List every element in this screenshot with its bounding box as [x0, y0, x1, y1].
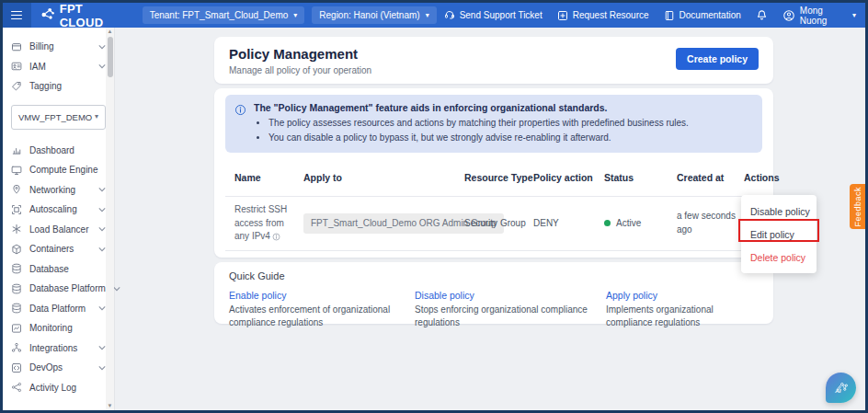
create-policy-button[interactable]: Create policy — [676, 48, 759, 70]
user-avatar-icon — [782, 9, 795, 22]
sidebar-scrollbar[interactable]: ▲ ▼ — [106, 28, 114, 410]
request-resource-link[interactable]: Request Resource — [557, 10, 649, 21]
chevron-down-icon — [98, 345, 106, 350]
sidebar-item-database-platform[interactable]: Database Platform — [11, 279, 106, 299]
quick-guide-description: Stops enforcing organizational complianc… — [415, 304, 606, 329]
app-window: FPT CLOUD Tenant: FPT_Smart_Cloud_Demo ▾… — [0, 0, 868, 413]
documentation-icon — [664, 10, 675, 21]
status-cell: Active — [604, 217, 677, 231]
tenant-selector[interactable]: Tenant: FPT_Smart_Cloud_Demo ▾ — [143, 6, 305, 24]
documentation-link[interactable]: Documentation — [664, 10, 741, 21]
chevron-down-icon — [98, 247, 106, 252]
send-support-ticket-link[interactable]: Send Support Ticket — [444, 10, 542, 21]
quick-guide-item: Enable policy Activates enforcement of o… — [229, 290, 415, 329]
brand-name: FPT CLOUD — [60, 2, 130, 29]
column-header: Name — [234, 172, 303, 183]
sidebar-item-containers[interactable]: Containers — [11, 239, 106, 259]
sidebar-item-integrations[interactable]: Integrations — [11, 338, 106, 359]
quick-guide-description: Implements organizational compliance reg… — [606, 304, 759, 329]
user-name: Mong Nuong — [800, 6, 848, 26]
status-badge: Active — [616, 217, 641, 231]
sidebar-item-label: Tagging — [29, 81, 62, 91]
table-header-row: Name Apply to Resource Type Policy actio… — [225, 158, 762, 196]
devops-icon — [11, 362, 22, 373]
sidebar-item-tagging[interactable]: Tagging — [11, 76, 106, 97]
notification-bell-icon[interactable] — [756, 9, 768, 21]
region-selector[interactable]: Region: Hanoi (Vietnam) ▾ — [312, 6, 436, 24]
tooltip-info-icon[interactable] — [272, 233, 280, 241]
policy-table-card: The "Policy Management" feature aids in … — [214, 88, 773, 258]
user-menu[interactable]: Mong Nuong ▾ — [782, 6, 856, 26]
chevron-down-icon: ▾ — [293, 12, 297, 19]
apply-to-cell: FPT_Smart_Cloud_Demo ORG Admin Group — [303, 213, 464, 235]
apply-policy-link[interactable]: Apply policy — [606, 290, 759, 301]
created-at-cell: a few seconds ago — [677, 210, 744, 236]
hamburger-menu-button[interactable] — [3, 3, 31, 28]
database-icon — [11, 263, 22, 274]
link-label: Documentation — [680, 10, 741, 20]
chevron-down-icon — [98, 365, 106, 371]
project-select[interactable]: VMW_FPT_DEMO ▾ — [11, 105, 106, 130]
chevron-down-icon — [98, 63, 106, 69]
load-balancer-icon — [11, 224, 22, 235]
link-label: Request Resource — [573, 10, 649, 20]
chevron-down-icon: ▾ — [426, 12, 429, 19]
scroll-up-arrow[interactable]: ▲ — [106, 28, 114, 36]
sidebar-item-label: Dashboard — [29, 145, 74, 155]
ai-assistant-button[interactable]: AI — [826, 373, 856, 403]
sidebar-item-load-balancer[interactable]: Load Balancer — [11, 220, 106, 240]
dashboard-icon — [11, 144, 22, 155]
table-row[interactable]: Restrict SSH access from any IPv4 FPT_Sm… — [225, 196, 762, 251]
brand-logo[interactable]: FPT CLOUD — [40, 2, 130, 29]
sidebar-item-label: Load Balancer — [29, 224, 89, 235]
monitoring-chart-icon — [11, 323, 22, 334]
disable-policy-link[interactable]: Disable policy — [415, 290, 606, 301]
quick-guide-item: Disable policy Stops enforcing organizat… — [415, 290, 606, 329]
sidebar-item-label: Networking — [29, 185, 75, 195]
sidebar-item-database[interactable]: Database — [11, 259, 106, 280]
scrollbar-thumb[interactable] — [108, 37, 113, 77]
sidebar-item-label: Autoscaling — [29, 204, 77, 214]
fpt-molecule-icon — [40, 6, 55, 25]
chevron-down-icon: ▾ — [852, 12, 856, 19]
autoscaling-icon — [11, 204, 22, 215]
chevron-down-icon — [98, 305, 106, 311]
delete-policy-menu-item[interactable]: Delete policy — [741, 246, 817, 269]
tag-icon — [11, 81, 22, 92]
alert-bullet-list: The policy assesses resources and action… — [257, 116, 689, 144]
actions-context-menu: Disable policy Edit policy Delete policy — [741, 195, 817, 273]
sidebar-item-data-platform[interactable]: Data Platform — [11, 299, 106, 319]
feedback-tab[interactable]: Feedback — [850, 184, 865, 229]
sidebar-item-dashboard[interactable]: Dashboard — [11, 141, 106, 161]
sidebar-item-label: Containers — [29, 244, 74, 254]
sidebar-item-monitoring[interactable]: Monitoring — [11, 318, 106, 338]
sidebar-item-billing[interactable]: Billing — [11, 37, 106, 57]
policy-action-cell: DENY — [533, 217, 604, 231]
sidebar-item-activity-log[interactable]: Activity Log — [11, 378, 106, 398]
chevron-down-icon — [98, 187, 106, 192]
sidebar-item-compute-engine[interactable]: Compute Engine — [11, 160, 106, 180]
sidebar: Billing IAM Tagging VMW_FPT_DEMO ▾ Dashb… — [3, 28, 115, 410]
enable-policy-link[interactable]: Enable policy — [229, 290, 415, 301]
alert-title: The "Policy Management" feature aids in … — [254, 102, 689, 113]
disable-policy-menu-item[interactable]: Disable policy — [741, 200, 817, 223]
quick-guide-description: Activates enforcement of organizational … — [229, 304, 415, 329]
sidebar-item-label: Compute Engine — [29, 165, 98, 175]
quick-guide-card: Quick Guide Enable policy Activates enfo… — [214, 262, 773, 324]
sidebar-item-label: Billing — [29, 41, 54, 52]
billing-icon — [11, 41, 22, 52]
activity-log-icon — [11, 382, 22, 393]
sidebar-item-networking[interactable]: Networking — [11, 180, 106, 201]
scroll-down-arrow[interactable]: ▼ — [106, 402, 114, 410]
sidebar-item-devops[interactable]: DevOps — [11, 358, 106, 378]
alert-bullet: You can disable a policy to bypass it, b… — [268, 131, 689, 145]
info-alert: The "Policy Management" feature aids in … — [225, 95, 762, 153]
sidebar-item-autoscaling[interactable]: Autoscaling — [11, 200, 106, 220]
quick-guide-item: Apply policy Implements organizational c… — [606, 290, 759, 329]
sidebar-item-iam[interactable]: IAM — [11, 57, 106, 77]
column-header: Created at — [677, 172, 744, 183]
sidebar-item-label: DevOps — [29, 362, 63, 373]
edit-policy-menu-item[interactable]: Edit policy — [741, 223, 817, 246]
chevron-down-icon — [113, 286, 120, 292]
policy-name-cell: Restrict SSH access from any IPv4 — [234, 203, 303, 244]
